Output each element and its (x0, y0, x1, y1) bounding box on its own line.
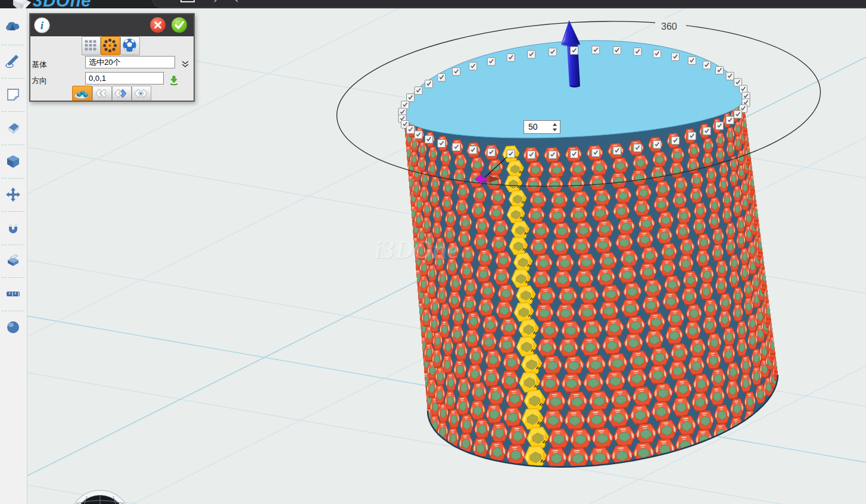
svg-text:i3DOne: i3DOne (374, 235, 459, 264)
svg-text:360: 360 (661, 21, 677, 32)
svg-text:50: 50 (528, 122, 538, 132)
